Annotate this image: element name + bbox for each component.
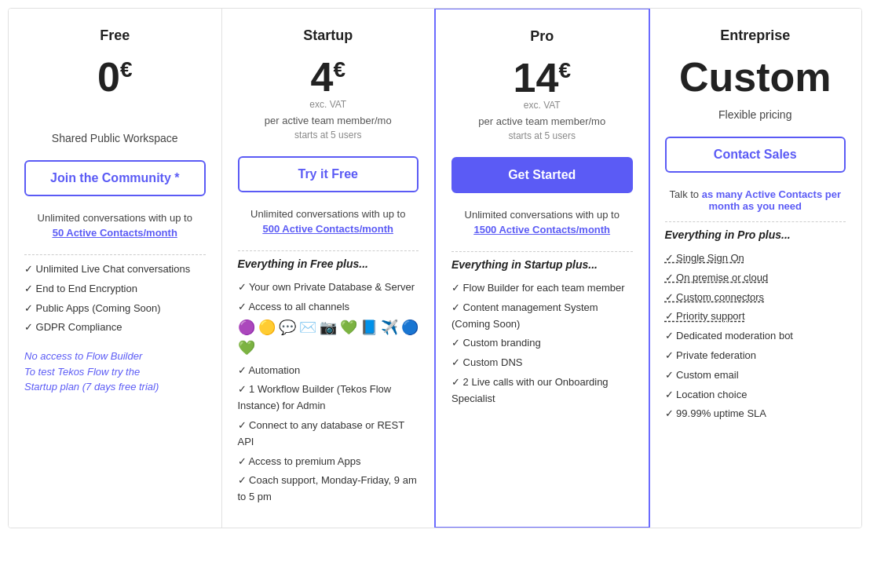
- join-community-button[interactable]: Join the Community *: [24, 160, 206, 196]
- plan-entreprise-contacts-text: Talk to as many Active Contacts per mont…: [665, 188, 846, 212]
- plan-startup-vat: exc. VAT: [238, 99, 419, 110]
- plan-pro-price: 14€: [451, 57, 633, 98]
- feature-item: ✓ Private federation: [665, 348, 846, 364]
- channel-icons: 🟣 🟡 💬 ✉️ 📷 💚 📘 ✈️ 🔵 💚: [238, 319, 419, 356]
- feature-item: ✓ Connect to any database or REST API: [238, 418, 419, 451]
- plan-entreprise-everything: Everything in Pro plus...: [665, 228, 846, 241]
- feature-item: ✓ Location choice: [665, 387, 846, 404]
- plan-pro: Pro 14€ exc. VAT per active team member/…: [434, 8, 650, 528]
- feature-item: ✓ Custom email: [665, 367, 846, 384]
- plan-startup-starts: starts at 5 users: [238, 130, 419, 141]
- emoji-icon: 🔵: [401, 319, 419, 336]
- feature-item: ✓ Custom DNS: [451, 355, 633, 371]
- feature-item: ✓ Dedicated moderation bot: [665, 328, 846, 345]
- plan-pro-contacts-link: 1500 Active Contacts/month: [451, 224, 633, 236]
- plan-pro-starts: starts at 5 users: [451, 130, 633, 141]
- emoji-icon: 💚: [340, 319, 357, 336]
- plan-pro-billing: per active team member/mo: [451, 115, 633, 127]
- feature-item: ✓ On premise or cloud: [665, 270, 846, 287]
- plan-startup-features-2: ✓ Automation ✓ 1 Workflow Builder (Tekos…: [238, 363, 419, 506]
- feature-item: ✓ Custom connectors: [665, 290, 846, 306]
- plan-free-features: ✓ Unlimited Live Chat conversations ✓ En…: [24, 261, 206, 336]
- feature-item: ✓ Content management System (Coming Soon…: [451, 300, 633, 333]
- feature-item: ✓ Public Apps (Coming Soon): [24, 301, 206, 317]
- plan-startup-everything: Everything in Free plus...: [238, 257, 419, 270]
- emoji-icon: 💚: [238, 339, 255, 356]
- plan-entreprise-features: ✓ Single Sign On ✓ On premise or cloud ✓…: [665, 250, 846, 422]
- feature-item: ✓ 1 Workflow Builder (Tekos Flow Instanc…: [238, 382, 419, 415]
- emoji-icon: ✈️: [381, 319, 398, 336]
- plan-free-no-access: No access to Flow Builder To test Tekos …: [24, 349, 206, 395]
- feature-item: ✓ Coach support, Monday-Friday, 9 am to …: [238, 473, 419, 506]
- startup-try-free-button[interactable]: Try it Free: [238, 156, 419, 192]
- feature-item: ✓ Priority support: [665, 309, 846, 325]
- feature-item: ✓ Automation: [238, 363, 419, 379]
- plan-pro-everything: Everything in Startup plus...: [451, 258, 633, 271]
- feature-item: ✓ End to End Encryption: [24, 281, 206, 298]
- plan-entreprise-flexible: Flexible pricing: [665, 108, 846, 121]
- feature-item: ✓ Access to premium Apps: [238, 454, 419, 470]
- plan-pro-name: Pro: [451, 28, 633, 45]
- plan-entreprise-price: Custom: [665, 57, 846, 97]
- feature-item: ✓ GDPR Compliance: [24, 320, 206, 336]
- plan-free-contacts-text: Unlimited conversations with up to: [24, 212, 206, 224]
- plan-startup-contacts-link: 500 Active Contacts/month: [238, 223, 419, 235]
- feature-item: ✓ Your own Private Database & Server: [238, 279, 419, 296]
- plan-free-name: Free: [24, 27, 206, 44]
- plan-free-workspace: Shared Public Workspace: [24, 132, 206, 144]
- plan-startup-contacts-text: Unlimited conversations with up to: [238, 208, 419, 220]
- plan-startup-price: 4€: [238, 57, 419, 97]
- emoji-icon: 🟣: [238, 319, 255, 336]
- emoji-icon: ✉️: [299, 319, 316, 336]
- plan-pro-features: ✓ Flow Builder for each team member ✓ Co…: [451, 280, 633, 407]
- plan-startup: Startup 4€ exc. VAT per active team memb…: [222, 9, 436, 528]
- plan-entreprise-name: Entreprise: [665, 27, 846, 44]
- feature-item: ✓ Custom branding: [451, 335, 633, 352]
- emoji-icon: 🟡: [258, 319, 276, 336]
- plan-free-price: 0€: [24, 57, 206, 97]
- feature-item: ✓ Access to all channels: [238, 299, 419, 316]
- feature-item: ✓ 99.99% uptime SLA: [665, 406, 846, 422]
- feature-item: ✓ 2 Live calls with our Onboarding Speci…: [451, 374, 633, 407]
- feature-item: ✓ Flow Builder for each team member: [451, 280, 633, 297]
- contact-sales-button[interactable]: Contact Sales: [665, 137, 846, 173]
- feature-item: ✓ Unlimited Live Chat conversations: [24, 261, 206, 278]
- feature-item: ✓ Single Sign On: [665, 250, 846, 267]
- plan-startup-billing: per active team member/mo: [238, 115, 419, 126]
- plan-pro-contacts-text: Unlimited conversations with up to: [451, 209, 633, 221]
- plan-free: Free 0€ Shared Public Workspace Join the…: [9, 9, 222, 528]
- emoji-icon: 📘: [360, 319, 378, 336]
- plan-pro-vat: exc. VAT: [451, 100, 633, 111]
- emoji-icon: 📷: [320, 319, 337, 336]
- pricing-table: Free 0€ Shared Public Workspace Join the…: [8, 8, 862, 528]
- plan-free-contacts-link: 50 Active Contacts/month: [24, 227, 206, 239]
- plan-startup-name: Startup: [238, 27, 419, 44]
- plan-entreprise: Entreprise Custom Flexible pricing Conta…: [649, 9, 862, 528]
- emoji-icon: 💬: [279, 319, 296, 336]
- plan-startup-features: ✓ Your own Private Database & Server ✓ A…: [238, 279, 419, 316]
- pro-get-started-button[interactable]: Get Started: [451, 157, 633, 193]
